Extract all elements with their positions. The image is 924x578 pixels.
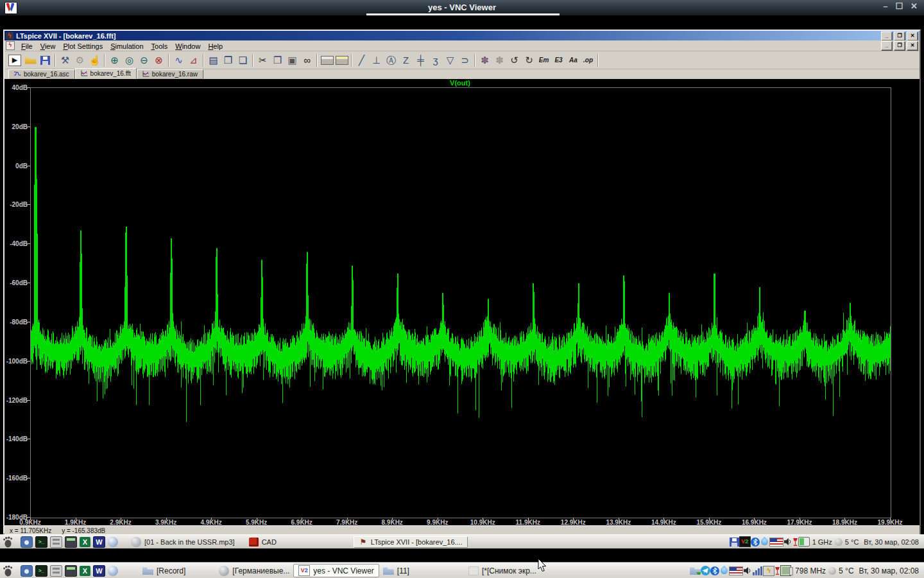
move-icon[interactable]: Em [536, 53, 551, 67]
menu-tools[interactable]: Tools [148, 42, 172, 50]
autorange-icon[interactable]: ∿ [171, 53, 186, 67]
ltspice-restore-button[interactable]: ❐ [894, 31, 905, 41]
battery-icon[interactable] [798, 537, 810, 547]
folder-icon[interactable] [383, 566, 394, 575]
task-button[interactable]: [11] [383, 566, 409, 575]
zoom-area-icon[interactable]: ◎ [122, 53, 137, 67]
window-faded-icon[interactable] [468, 566, 479, 575]
capacitor-icon[interactable]: ╪ [413, 53, 428, 67]
task-button[interactable]: [01 - Back in the USSR.mp3] [131, 537, 235, 547]
vnc-dark-icon[interactable]: V2 [739, 536, 751, 547]
menu-view[interactable]: View [37, 42, 60, 50]
fft-canvas[interactable] [31, 88, 891, 518]
control-panel-icon[interactable]: ⚒ [58, 53, 73, 67]
tab-bokarev_16.fft[interactable]: bokarev_16.fft [75, 68, 137, 79]
ltspice-close-button[interactable]: ✕ [907, 31, 918, 41]
menu-plot-settings[interactable]: Plot Settings [59, 42, 107, 50]
screenshot-icon[interactable] [21, 565, 33, 577]
globe-gray-icon[interactable] [131, 537, 141, 547]
excel-icon[interactable]: X [80, 537, 90, 547]
globe-icon[interactable] [108, 537, 118, 547]
drives-icon[interactable] [50, 536, 62, 548]
diode-icon[interactable]: ▽ [443, 53, 458, 67]
cpu-chip-icon[interactable] [780, 565, 791, 576]
power-plug-icon[interactable]: ϟ [763, 566, 774, 576]
inductor-icon[interactable]: ʒ [428, 53, 443, 67]
water-drop-icon[interactable] [719, 566, 730, 576]
bluetooth-icon[interactable] [710, 566, 719, 575]
undo-icon[interactable]: ↺ [507, 53, 522, 67]
mdi-minimize-button[interactable]: _ [881, 41, 893, 51]
screenshot-icon[interactable] [21, 536, 33, 548]
task-button[interactable]: [Record] [142, 566, 185, 575]
task-button[interactable]: CAD [249, 538, 277, 547]
resistor-icon[interactable]: Z [398, 53, 413, 67]
tab-bokarev_16.raw[interactable]: bokarev_16.raw [137, 69, 203, 79]
us-flag-icon[interactable] [769, 538, 783, 547]
save-icon[interactable] [38, 53, 53, 67]
calculator-icon[interactable] [65, 565, 77, 577]
signal-bars-icon[interactable] [752, 566, 763, 575]
drag-icon[interactable]: E3 [551, 53, 566, 67]
zoom-in-icon[interactable]: ⊕ [107, 53, 122, 67]
menu-file[interactable]: File [17, 42, 37, 50]
task-button[interactable]: V2yes - VNC Viewer [293, 564, 379, 577]
open-icon[interactable] [23, 53, 38, 67]
menu-simulation[interactable]: Simulation [107, 42, 147, 50]
terminal-icon[interactable]: >_ [35, 536, 47, 548]
calculator-icon[interactable] [65, 536, 77, 548]
drives-icon[interactable] [50, 565, 62, 577]
wine-icon[interactable] [774, 566, 780, 575]
print-preview-icon[interactable] [334, 53, 349, 67]
waveform-pane[interactable]: V(out) 40dB20dB0dB-20dB-40dB-60dB-80dB-1… [4, 79, 920, 525]
rotate-icon[interactable]: ✽ [477, 53, 492, 67]
task-button[interactable]: [*[Снимок экр... [468, 566, 536, 575]
word-icon[interactable]: W [93, 565, 105, 577]
text-tool-icon[interactable]: Aa [566, 53, 581, 67]
vnc-maximize-button[interactable]: ☐ [895, 1, 903, 11]
cad-icon[interactable] [249, 538, 259, 547]
weather-icon[interactable] [835, 538, 843, 546]
vnc-light-icon[interactable]: V2 [298, 565, 310, 576]
folder-icon[interactable] [142, 566, 153, 575]
word-icon[interactable]: W [93, 536, 105, 548]
us-flag-icon[interactable] [729, 566, 743, 575]
speaker-icon[interactable] [783, 538, 792, 546]
globe-icon[interactable] [108, 566, 118, 576]
tab-bokarev_16.asc[interactable]: bokarev_16.asc [8, 69, 75, 79]
ltspice-titlebar[interactable]: ϟ LTspice XVII - [bokarev_16.fft] _ ❐ ✕ [4, 31, 920, 40]
copy-icon[interactable]: ❐ [270, 53, 285, 67]
paste-icon[interactable]: ▣ [285, 53, 300, 67]
start-menu-button[interactable] [3, 565, 15, 577]
trace-legend[interactable]: V(out) [30, 79, 890, 87]
vnc-close-button[interactable]: ✕ [911, 1, 918, 11]
task-button[interactable]: [Германиевые... [219, 566, 289, 576]
plot-settings-icon[interactable]: ⊿ [186, 53, 201, 67]
vnc-minimize-button[interactable]: – [883, 1, 887, 11]
component-icon[interactable]: ⊃ [458, 53, 472, 67]
excel-icon[interactable]: X [80, 566, 90, 576]
redo-icon[interactable]: ↻ [522, 53, 536, 67]
spice-directive-icon[interactable]: .op [581, 53, 595, 67]
telegram-icon[interactable] [701, 566, 710, 575]
print-icon[interactable] [320, 53, 334, 67]
wire-icon[interactable]: ╱ [354, 53, 369, 67]
cascade-icon[interactable]: ❏ [235, 53, 250, 67]
document-icon[interactable]: ϟ [6, 41, 15, 50]
ground-icon[interactable]: ⊥ [369, 53, 384, 67]
task-button[interactable]: ⚑LTspice XVII - [bokarev_16.... [354, 536, 468, 548]
label-net-icon[interactable]: Ⓐ [384, 53, 398, 67]
find-icon[interactable]: ∞ [300, 53, 314, 67]
run-icon[interactable]: ▶ [8, 55, 21, 66]
terminal-icon[interactable]: >_ [35, 565, 47, 577]
menu-help[interactable]: Help [204, 42, 227, 50]
floppy-icon[interactable] [730, 538, 739, 547]
mdi-close-button[interactable]: ✕ [907, 41, 918, 51]
wine-icon[interactable] [792, 538, 798, 547]
ltspice-flag-icon[interactable]: ⚑ [359, 538, 368, 547]
water-drop-icon[interactable] [759, 537, 769, 547]
menu-window[interactable]: Window [171, 42, 204, 50]
folder-upload-icon[interactable] [690, 566, 701, 575]
weather-icon[interactable] [828, 567, 836, 575]
mdi-restore-button[interactable]: ❐ [894, 41, 905, 51]
